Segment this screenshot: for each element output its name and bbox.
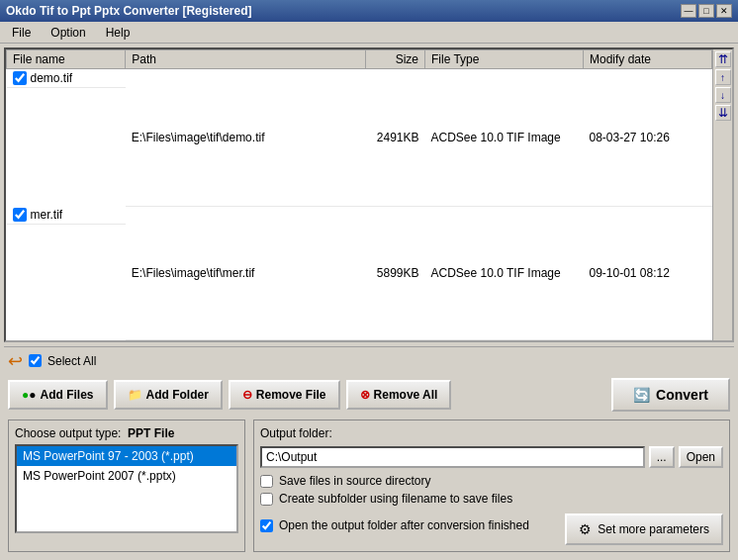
back-icon[interactable]: ↩ bbox=[8, 350, 23, 372]
menu-help[interactable]: Help bbox=[98, 24, 138, 42]
file-date-1: 08-03-27 10:26 bbox=[584, 69, 712, 207]
file-date-2: 09-10-01 08:12 bbox=[584, 206, 712, 339]
menu-option[interactable]: Option bbox=[43, 24, 93, 42]
save-source-label: Save files in source directory bbox=[279, 474, 430, 488]
file-checkbox-cell[interactable]: demo.tif bbox=[7, 69, 126, 88]
output-folder-panel: Output folder: ... Open Save files in so… bbox=[253, 420, 730, 552]
file-checkbox-1[interactable] bbox=[13, 71, 27, 85]
main-content: File name Path Size File Type Modify dat… bbox=[0, 44, 738, 560]
title-buttons: — □ ✕ bbox=[681, 4, 732, 18]
save-source-checkbox-row: Save files in source directory bbox=[260, 474, 723, 488]
file-path-1: E:\Files\image\tif\demo.tif bbox=[126, 69, 366, 207]
create-subfolder-checkbox[interactable] bbox=[260, 493, 273, 506]
output-type-item-1[interactable]: MS PowerPoint 97 - 2003 (*.ppt) bbox=[17, 446, 236, 466]
file-size-2: 5899KB bbox=[366, 206, 425, 339]
file-size-1: 2491KB bbox=[366, 69, 425, 207]
file-path-2: E:\Files\image\tif\mer.tif bbox=[126, 206, 366, 339]
remove-file-button[interactable]: ⊖ Remove File bbox=[229, 380, 340, 410]
file-checkbox-cell-2[interactable]: mer.tif bbox=[7, 206, 126, 225]
table-row: mer.tif E:\Files\image\tif\mer.tif 5899K… bbox=[7, 206, 712, 339]
folder-input-row: ... Open bbox=[260, 446, 723, 468]
add-folder-icon: 📁 bbox=[128, 388, 142, 402]
output-type-panel: Choose output type: PPT File MS PowerPoi… bbox=[8, 420, 245, 552]
open-output-checkbox-row: Open the output folder after conversion … bbox=[260, 518, 529, 532]
open-folder-button[interactable]: Open bbox=[679, 446, 723, 468]
browse-button[interactable]: ... bbox=[649, 446, 675, 468]
output-type-label: Choose output type: PPT File bbox=[15, 426, 238, 440]
file-name-1: demo.tif bbox=[31, 71, 73, 85]
maximize-button[interactable]: □ bbox=[698, 4, 714, 18]
remove-all-icon: ⊗ bbox=[360, 388, 370, 402]
minimize-button[interactable]: — bbox=[681, 4, 696, 18]
scroll-bottom-button[interactable]: ⇊ bbox=[715, 105, 731, 121]
output-type-item-2[interactable]: MS PowerPoint 2007 (*.pptx) bbox=[17, 466, 236, 486]
create-subfolder-checkbox-row: Create subfolder using filename to save … bbox=[260, 492, 723, 506]
title-bar: Okdo Tif to Ppt Pptx Converter [Register… bbox=[0, 0, 738, 22]
set-params-button[interactable]: Set more parameters bbox=[565, 513, 723, 545]
window-title: Okdo Tif to Ppt Pptx Converter [Register… bbox=[6, 4, 251, 18]
col-header-type: File Type bbox=[425, 50, 584, 69]
add-folder-button[interactable]: 📁 Add Folder bbox=[114, 380, 223, 410]
add-files-button[interactable]: ● Add Files bbox=[8, 380, 108, 410]
scroll-top-button[interactable]: ⇈ bbox=[715, 51, 731, 67]
convert-icon bbox=[633, 387, 650, 403]
col-header-size: Size bbox=[366, 50, 425, 69]
col-header-date: Modify date bbox=[584, 50, 712, 69]
file-table-body: demo.tif E:\Files\image\tif\demo.tif 249… bbox=[7, 69, 712, 340]
create-subfolder-label: Create subfolder using filename to save … bbox=[279, 492, 512, 506]
save-source-checkbox[interactable] bbox=[260, 475, 273, 488]
convert-button[interactable]: Convert bbox=[611, 378, 730, 412]
file-name-2: mer.tif bbox=[31, 208, 63, 222]
select-all-label: Select All bbox=[47, 354, 96, 368]
add-files-icon: ● bbox=[22, 388, 37, 402]
scroll-buttons: ⇈ ↑ ↓ ⇊ bbox=[712, 49, 732, 340]
menu-file[interactable]: File bbox=[4, 24, 39, 42]
output-type-list[interactable]: MS PowerPoint 97 - 2003 (*.ppt) MS Power… bbox=[15, 444, 238, 533]
file-checkbox-2[interactable] bbox=[13, 208, 27, 222]
file-table: File name Path Size File Type Modify dat… bbox=[6, 49, 712, 340]
bottom-panel: Choose output type: PPT File MS PowerPoi… bbox=[4, 416, 734, 556]
scroll-up-button[interactable]: ↑ bbox=[715, 69, 731, 85]
file-list-container: File name Path Size File Type Modify dat… bbox=[4, 47, 734, 342]
select-all-row: ↩ Select All bbox=[4, 346, 734, 374]
scroll-down-button[interactable]: ↓ bbox=[715, 87, 731, 103]
table-row: demo.tif E:\Files\image\tif\demo.tif 249… bbox=[7, 69, 712, 207]
col-header-path: Path bbox=[126, 50, 366, 69]
close-button[interactable]: ✕ bbox=[716, 4, 732, 18]
col-header-name: File name bbox=[7, 50, 126, 69]
gear-icon bbox=[579, 521, 592, 537]
output-folder-label: Output folder: bbox=[260, 426, 723, 440]
menu-bar: File Option Help bbox=[0, 22, 738, 44]
open-output-label: Open the output folder after conversion … bbox=[279, 518, 529, 532]
remove-file-icon: ⊖ bbox=[242, 388, 252, 402]
select-all-checkbox[interactable] bbox=[29, 354, 42, 367]
remove-all-button[interactable]: ⊗ Remove All bbox=[346, 380, 452, 410]
file-type-1: ACDSee 10.0 TIF Image bbox=[425, 69, 584, 207]
file-type-2: ACDSee 10.0 TIF Image bbox=[425, 206, 584, 339]
open-output-checkbox[interactable] bbox=[260, 519, 273, 532]
folder-path-input[interactable] bbox=[260, 446, 645, 468]
buttons-row: ● Add Files 📁 Add Folder ⊖ Remove File ⊗… bbox=[4, 374, 734, 416]
